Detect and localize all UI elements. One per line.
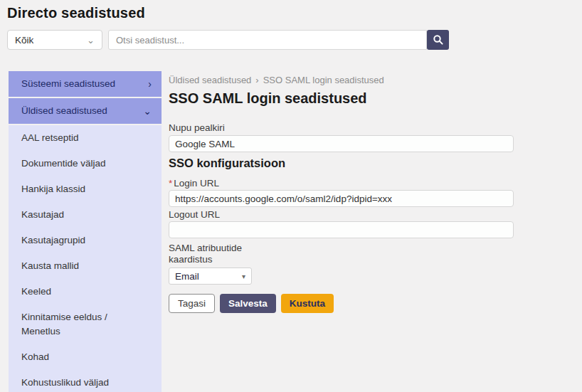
sidebar-item[interactable]: Dokumentide väljad	[9, 151, 162, 176]
sidebar-item-label: Kausta mallid	[21, 259, 79, 273]
select-arrow-icon: ▾	[242, 272, 245, 280]
sso-config-heading: SSO konfiguratsioon	[169, 157, 285, 170]
sidebar-item[interactable]: Kasutajagrupid	[9, 228, 162, 253]
sidebar-item[interactable]: Kohad	[9, 344, 162, 370]
chevron-down-icon: ⌄	[87, 36, 95, 45]
sidebar-item[interactable]: Süsteemi seadistused ›	[9, 71, 162, 97]
sidebar-item-label: Süsteemi seadistused	[21, 77, 115, 91]
sidebar-item-label: AAL retseptid	[21, 131, 79, 145]
login-url-label: *Login URL	[169, 178, 219, 189]
form-actions: Tagasi Salvesta Kustuta	[169, 294, 334, 313]
button-title-field[interactable]	[169, 135, 514, 152]
search-input[interactable]	[108, 30, 427, 50]
breadcrumb-current: SSO SAML login seadistused	[263, 75, 384, 85]
category-filter-dropdown[interactable]: Kõik ⌄	[7, 30, 102, 50]
sidebar-item[interactable]: Üldised seadistused ⌄	[9, 98, 162, 124]
sidebar-item-label: Keeled	[21, 285, 51, 299]
sidebar-item[interactable]: Kinnitamise eeldus / Menetlus	[9, 304, 162, 344]
sidebar-item-label: Hankija klassid	[21, 182, 85, 196]
sidebar-item[interactable]: Keeled	[9, 279, 162, 304]
breadcrumb-separator: ›	[255, 75, 258, 85]
saml-mapping-select[interactable]: Email ▾	[169, 267, 252, 285]
settings-page: Directo seadistused Kõik ⌄ Süsteemi sead…	[0, 0, 582, 392]
sidebar-item-label: Kasutajagrupid	[21, 233, 85, 248]
delete-button[interactable]: Kustuta	[281, 294, 334, 313]
chevron-icon: ⌄	[139, 104, 152, 118]
sidebar-item[interactable]: Kohustuslikud väljad	[9, 370, 162, 392]
back-button[interactable]: Tagasi	[169, 294, 215, 313]
save-button[interactable]: Salvesta	[220, 294, 276, 313]
sidebar-item-label: Kohad	[21, 350, 49, 364]
page-title: Directo seadistused	[7, 5, 145, 21]
sidebar-item[interactable]: Kasutajad	[9, 202, 162, 228]
logout-url-field[interactable]	[169, 221, 514, 238]
sidebar-item-label: Kinnitamise eeldus / Menetlus	[21, 310, 147, 339]
sidebar-item[interactable]: Kausta mallid	[9, 253, 162, 279]
button-title-label: Nupu pealkiri	[169, 122, 225, 134]
saml-mapping-label: SAML atribuutide kaardistus	[169, 243, 275, 265]
required-asterisk: *	[169, 178, 172, 189]
sidebar-item-label: Üldised seadistused	[21, 104, 107, 118]
breadcrumb-parent[interactable]: Üldised seadistused	[169, 75, 251, 85]
sidebar-item-label: Dokumentide väljad	[21, 157, 106, 171]
search-button[interactable]	[427, 30, 449, 50]
sidebar-item[interactable]: Hankija klassid	[9, 176, 162, 202]
sidebar-item-label: Kohustuslikud väljad	[21, 376, 109, 390]
saml-mapping-value: Email	[175, 271, 199, 282]
sidebar-item-label: Kasutajad	[21, 208, 64, 222]
search-icon	[433, 34, 444, 46]
logout-url-label: Logout URL	[169, 209, 220, 221]
chevron-icon: ›	[144, 77, 152, 91]
section-page-title: SSO SAML login seadistused	[169, 90, 367, 107]
category-filter-value: Kõik	[15, 35, 33, 46]
login-url-field[interactable]	[169, 190, 514, 207]
settings-sidebar: Süsteemi seadistused › Üldised seadistus…	[9, 71, 162, 392]
sidebar-item[interactable]: AAL retseptid	[9, 125, 162, 151]
breadcrumb: Üldised seadistused›SSO SAML login seadi…	[169, 75, 384, 85]
